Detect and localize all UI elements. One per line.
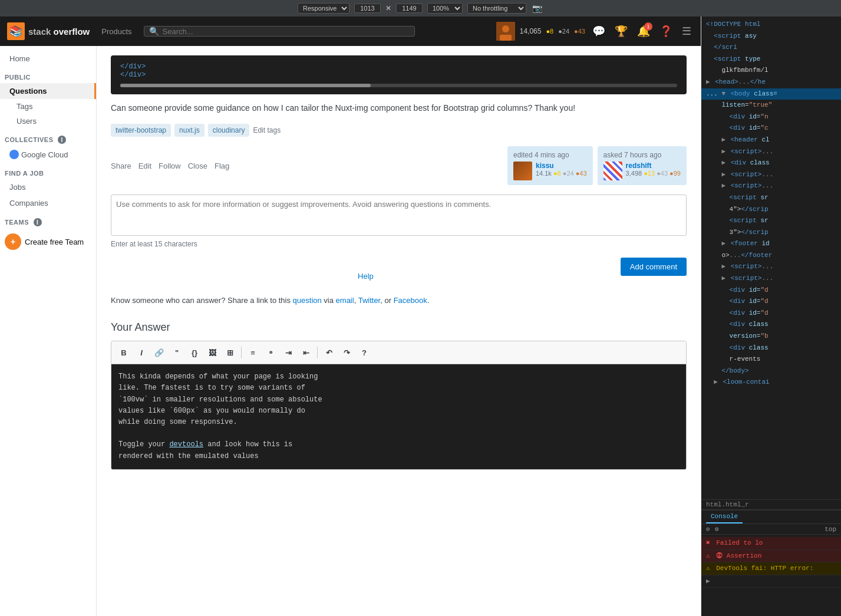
- ol-btn[interactable]: ≡: [245, 345, 260, 360]
- console-messages: ✖ Failed to lo ⚠ ⓸ Assertion ⚠ DevTools …: [701, 535, 841, 616]
- link-btn[interactable]: 🔗: [151, 345, 167, 360]
- asker-name[interactable]: redshift: [626, 162, 681, 170]
- action-edit[interactable]: Edit: [138, 162, 151, 170]
- asker-info-box: asked 7 hours ago redshift 3,498 ●13 ●43: [598, 146, 687, 185]
- editor-badges: 14.1k ●8 ●24 ●43: [536, 170, 587, 177]
- create-team-button[interactable]: + Create free Team: [0, 229, 96, 255]
- dt-line-15: ▶ <script>...: [701, 180, 841, 192]
- sidebar-item-users[interactable]: Users: [0, 114, 96, 129]
- so-search-box[interactable]: 🔍: [144, 26, 415, 37]
- editor-content[interactable]: This kinda depends of what your page is …: [111, 364, 686, 469]
- notification-icon[interactable]: 🔔 1: [635, 22, 652, 40]
- editor-line-8: rendered with the emulated values: [118, 451, 679, 462]
- search-input[interactable]: [163, 27, 410, 36]
- action-follow[interactable]: Follow: [159, 162, 181, 170]
- email-link[interactable]: email: [336, 296, 354, 305]
- teams-info-icon[interactable]: i: [34, 218, 42, 226]
- help-link[interactable]: Help: [111, 272, 687, 281]
- console-top-label[interactable]: top: [824, 526, 836, 533]
- help-btn[interactable]: ?: [357, 345, 372, 360]
- code-scrollbar[interactable]: [120, 84, 677, 87]
- undo-btn[interactable]: ↶: [321, 345, 337, 360]
- chat-icon[interactable]: 💬: [590, 22, 608, 40]
- console-expand-row[interactable]: ▶: [701, 575, 841, 588]
- sidebar: Home PUBLIC Questions Tags Users COLLECT…: [0, 46, 97, 616]
- width-input[interactable]: [354, 4, 381, 13]
- devtools-code-panel[interactable]: <!DOCTYPE html <script asy </scri <scrip…: [701, 17, 841, 500]
- dt-line-13: ▶ <div class: [701, 157, 841, 169]
- console-clear-icon[interactable]: ⊘: [706, 525, 710, 533]
- comment-textarea[interactable]: [111, 195, 687, 236]
- editor-name[interactable]: kissu: [536, 162, 587, 170]
- italic-btn[interactable]: I: [134, 345, 149, 360]
- sidebar-item-questions[interactable]: Questions: [0, 83, 96, 99]
- editor-line-6: [118, 428, 679, 439]
- dt-line-2: <script asy: [701, 31, 841, 42]
- code-btn[interactable]: {}: [187, 345, 202, 360]
- action-flag[interactable]: Flag: [215, 162, 229, 170]
- bronze-badge: ●43: [574, 28, 585, 35]
- outdent-btn[interactable]: ⇤: [298, 345, 314, 360]
- sidebar-item-tags[interactable]: Tags: [0, 99, 96, 114]
- facebook-link[interactable]: Facebook: [394, 296, 427, 305]
- trophy-icon[interactable]: 🏆: [612, 22, 630, 40]
- warning-icon: ⚠: [706, 565, 710, 572]
- so-panel: 📚 stack overflow Products 🔍 14,065 ●8: [0, 17, 701, 616]
- tag-cloudinary[interactable]: cloudinary: [208, 124, 250, 137]
- so-logo[interactable]: 📚 stack overflow: [7, 22, 90, 40]
- table-btn[interactable]: ⊞: [222, 345, 238, 360]
- menu-icon[interactable]: ☰: [680, 22, 694, 40]
- editor-line-5: while doing some responsive.: [118, 417, 679, 428]
- zoom-select[interactable]: 100%: [427, 3, 463, 14]
- teams-create-icon: +: [5, 233, 21, 250]
- tag-twitter-bootstrap[interactable]: twitter-bootstrap: [111, 124, 171, 137]
- dt-line-7[interactable]: ... ▼ <body class=: [701, 88, 841, 100]
- sidebar-item-companies[interactable]: Companies: [0, 195, 96, 211]
- edit-tags-link[interactable]: Edit tags: [253, 126, 281, 134]
- action-close[interactable]: Close: [188, 162, 207, 170]
- editor-info-box: edited 4 mins ago kissu 14.1k ●8 ●24: [507, 146, 593, 185]
- redo-btn[interactable]: ↷: [339, 345, 354, 360]
- sidebar-item-google-cloud[interactable]: Google Cloud: [0, 146, 96, 163]
- sidebar-item-jobs[interactable]: Jobs: [0, 179, 96, 195]
- tag-nuxtjs[interactable]: nuxt.js: [174, 124, 205, 137]
- products-button[interactable]: Products: [97, 25, 136, 38]
- svg-rect-2: [500, 35, 512, 41]
- dt-line-16: <script sr: [701, 192, 841, 204]
- code-line-1: </div>: [120, 62, 677, 71]
- camera-icon[interactable]: 📷: [531, 2, 543, 14]
- indent-btn[interactable]: ⇥: [281, 345, 296, 360]
- dt-line-32: ▶ <loom-contai: [701, 377, 841, 388]
- so-logo-text: stack overflow: [28, 27, 90, 37]
- comment-hint: Enter at least 15 characters: [111, 240, 687, 248]
- asker-user-info: redshift 3,498 ●13 ●43 ●99: [603, 162, 681, 180]
- bold-btn[interactable]: B: [116, 345, 131, 360]
- help-icon[interactable]: ❓: [657, 22, 675, 40]
- question-link[interactable]: question: [293, 296, 322, 305]
- dt-line-31: </body>: [701, 365, 841, 377]
- editor-line-1: This kinda depends of what your page is …: [118, 371, 679, 383]
- console-tab[interactable]: Console: [706, 510, 743, 523]
- dt-line-6: ▶ <head>...</he: [701, 77, 841, 88]
- throttle-select[interactable]: No throttling: [467, 3, 526, 14]
- asker-badges: 3,498 ●13 ●43 ●99: [626, 170, 681, 177]
- twitter-link[interactable]: Twitter: [358, 296, 381, 305]
- action-share[interactable]: Share: [111, 162, 131, 170]
- devtools-console-panel: Console ⊘ ⚙ top ✖ Failed to lo ⚠ ⓸ Asser…: [701, 510, 841, 616]
- console-filter-icon[interactable]: ⚙: [715, 525, 719, 533]
- avatar[interactable]: [496, 22, 515, 41]
- collectives-info-icon[interactable]: i: [58, 136, 66, 144]
- toolbar-separator-1: [241, 347, 242, 358]
- responsive-mode-select[interactable]: Responsive: [298, 3, 349, 14]
- ul-btn[interactable]: ⚬: [263, 345, 278, 360]
- edited-time: edited 4 mins ago: [513, 151, 587, 159]
- add-comment-button[interactable]: Add comment: [621, 258, 687, 276]
- expand-icon[interactable]: ▶: [706, 578, 710, 585]
- post-actions: Share Edit Follow Close Flag edited 4 mi…: [111, 146, 687, 185]
- sidebar-item-home[interactable]: Home: [0, 51, 96, 67]
- height-input[interactable]: [396, 4, 423, 13]
- answer-editor: B I 🔗 " {} 🖼 ⊞ ≡ ⚬ ⇥ ⇤ ↶ ↷: [111, 341, 687, 470]
- devtools-panel: <!DOCTYPE html <script asy </scri <scrip…: [701, 17, 841, 616]
- image-btn[interactable]: 🖼: [205, 345, 220, 360]
- quote-btn[interactable]: ": [169, 345, 184, 360]
